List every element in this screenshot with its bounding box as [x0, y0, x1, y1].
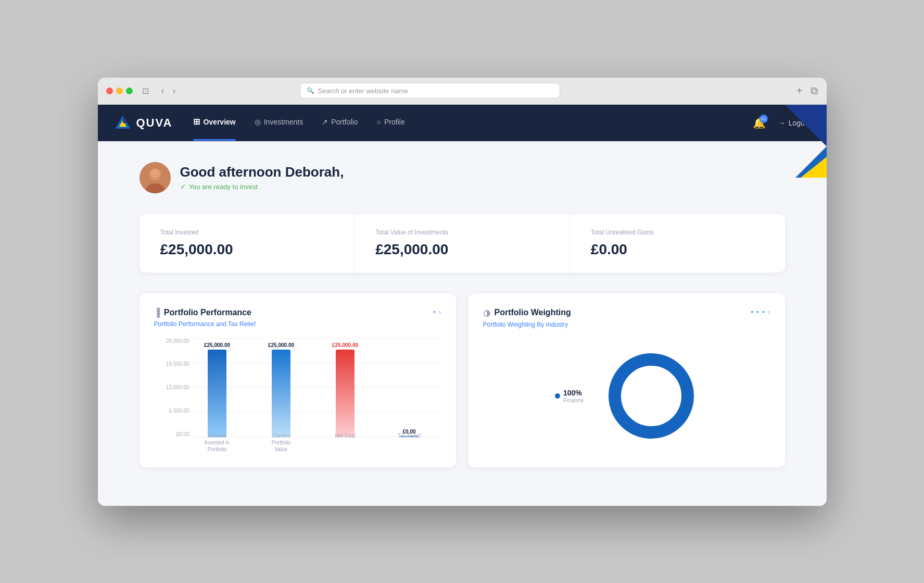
- chevron-right-icon[interactable]: ›: [439, 308, 441, 316]
- minimize-dot: [116, 88, 123, 94]
- nav-portfolio-label: Portfolio: [331, 118, 358, 126]
- nav-items: ⊞ Overview ◎ Investments ↗ Portfolio ○ P…: [193, 117, 752, 129]
- stat-total-gains-value: £0.00: [591, 241, 764, 258]
- legend-dot-finance: [555, 393, 560, 399]
- logo-icon: [113, 114, 132, 132]
- nav-profile[interactable]: ○ Profile: [377, 118, 405, 128]
- dot-nav-2: ●: [756, 309, 759, 314]
- donut-chart-svg: [604, 349, 698, 443]
- investments-icon: ◎: [255, 118, 261, 126]
- bar-bottom-amount: AmountInvested inPortfolio: [191, 432, 244, 453]
- logout-label: Logout: [789, 119, 811, 127]
- bar-bottom-net: Net Cost: [319, 432, 372, 453]
- nav-investments[interactable]: ◎ Investments: [255, 118, 303, 128]
- bar-current: [272, 350, 290, 437]
- grid-line-1: [191, 338, 441, 339]
- chart-subtitle-weighting: Portfolio Weighting By Industry: [483, 321, 770, 328]
- bar-amount: [208, 350, 226, 437]
- new-tab-button[interactable]: +: [796, 85, 803, 97]
- notification-button[interactable]: 🔔 01: [753, 117, 766, 129]
- search-icon: 🔍: [307, 87, 314, 94]
- stat-total-invested-value: £25,000.00: [160, 241, 334, 258]
- logo-area: QUVA: [113, 114, 173, 132]
- nav-investments-label: Investments: [264, 118, 303, 126]
- greeting-text: Good afternoon Deborah, ✓ You are ready …: [180, 164, 344, 191]
- bars-container: £25,000.00 £25,000.00 £25,000.00 £0: [191, 343, 436, 437]
- stat-total-value-label: Total Value of Investments: [375, 229, 549, 236]
- nav-overview-label: Overview: [203, 118, 235, 126]
- close-dot: [106, 88, 113, 94]
- nav-profile-label: Profile: [384, 118, 405, 126]
- app-navbar: QUVA ⊞ Overview ◎ Investments ↗ Portfoli…: [98, 105, 827, 141]
- legend-text: 100% Finance: [563, 389, 584, 403]
- logo-text: QUVA: [136, 116, 173, 130]
- nav-right: 🔔 01 → Logout: [753, 117, 811, 129]
- y-label-4: 19,500.00: [166, 361, 189, 367]
- browser-forward-button[interactable]: ›: [170, 84, 179, 97]
- svg-point-10: [615, 359, 688, 432]
- bar-label-amount: £25,000.00: [204, 342, 230, 348]
- portfolio-performance-card: ▐ Portfolio Performance ● › Portfolio Pe…: [140, 293, 456, 467]
- bar-bottom-current: CurrentPortfolioValue: [255, 432, 308, 453]
- chart-nav-performance[interactable]: ● ›: [433, 308, 441, 316]
- chart-title-performance: ▐ Portfolio Performance: [154, 308, 251, 317]
- charts-row: ▐ Portfolio Performance ● › Portfolio Pe…: [140, 293, 785, 467]
- dot-nav-3: ●: [762, 309, 765, 314]
- y-axis-labels: 26,000.00 19,500.00 13,000.00 6,500.00 £…: [154, 338, 189, 437]
- stat-total-value-value: £25,000.00: [375, 241, 549, 258]
- greeting-status: You are ready to invest: [189, 183, 258, 191]
- y-label-3: 13,000.00: [166, 384, 189, 390]
- avatar: [140, 162, 171, 193]
- tabs-button[interactable]: ⧉: [811, 85, 818, 97]
- bar-group-2: £25,000.00: [255, 342, 308, 437]
- url-bar[interactable]: 🔍 Search or enter website name: [300, 83, 560, 98]
- stat-total-value: Total Value of Investments £25,000.00: [355, 214, 570, 272]
- stat-total-gains: Total Unrealised Gains £0.00: [570, 214, 785, 272]
- portfolio-weighting-card: ◑ Portfolio Weighting ● ● ● › Portfolio …: [469, 293, 785, 467]
- chart-subtitle-performance: Portfolio Performance and Tax Relief: [154, 320, 441, 328]
- donut-legend: 100% Finance: [555, 389, 584, 403]
- chart-header-weighting: ◑ Portfolio Weighting ● ● ● ›: [483, 308, 770, 318]
- stat-total-invested-label: Total Invested: [160, 229, 334, 236]
- legend-name-finance: Finance: [563, 397, 584, 403]
- bar-net: [336, 350, 355, 437]
- bar-chart-area: 26,000.00 19,500.00 13,000.00 6,500.00 £…: [154, 338, 441, 453]
- chart-title-text-performance: Portfolio Performance: [164, 308, 251, 317]
- profile-icon: ○: [377, 118, 381, 126]
- greeting-section: Good afternoon Deborah, ✓ You are ready …: [140, 162, 785, 193]
- maximize-dot: [126, 88, 133, 94]
- stat-total-invested: Total Invested £25,000.00: [140, 214, 355, 272]
- dot-nav-icon: ●: [433, 309, 436, 314]
- url-text: Search or enter website name: [318, 87, 408, 95]
- chart-nav-weighting[interactable]: ● ● ● ›: [751, 308, 770, 316]
- bar-group-3: £25,000.00: [319, 342, 372, 437]
- svg-point-9: [150, 169, 160, 178]
- sidebar-toggle-button[interactable]: ⊡: [139, 85, 152, 97]
- portfolio-icon: ↗: [322, 118, 328, 126]
- browser-actions: + ⧉: [796, 85, 818, 97]
- chevron-right-weighting-icon[interactable]: ›: [768, 308, 770, 316]
- chart-title-text-weighting: Portfolio Weighting: [495, 308, 571, 317]
- browser-back-button[interactable]: ‹: [158, 84, 168, 97]
- browser-nav-buttons: ‹ ›: [158, 84, 179, 97]
- bar-bottom-labels: AmountInvested inPortfolio CurrentPortfo…: [191, 432, 436, 453]
- bar-label-net: £25,000.00: [332, 342, 358, 348]
- bar-group-1: £25,000.00: [191, 342, 244, 437]
- stat-total-gains-label: Total Unrealised Gains: [591, 229, 764, 236]
- y-label-5: 26,000.00: [166, 338, 189, 344]
- y-label-1: £0.00: [176, 431, 189, 437]
- nav-portfolio[interactable]: ↗ Portfolio: [322, 118, 358, 128]
- greeting-sub: ✓ You are ready to invest: [180, 182, 344, 191]
- donut-area: 100% Finance: [483, 339, 770, 443]
- stats-row: Total Invested £25,000.00 Total Value of…: [140, 214, 785, 272]
- bar-chart-icon: ▐: [154, 308, 160, 317]
- main-content: Good afternoon Deborah, ✓ You are ready …: [98, 141, 827, 506]
- legend-pct-finance: 100%: [563, 389, 584, 397]
- legend-item-finance: 100% Finance: [555, 389, 584, 403]
- nav-overview[interactable]: ⊞ Overview: [193, 117, 235, 129]
- chart-header-performance: ▐ Portfolio Performance ● ›: [154, 308, 441, 317]
- chart-title-weighting: ◑ Portfolio Weighting: [483, 308, 571, 318]
- browser-titlebar: ⊡ ‹ › 🔍 Search or enter website name + ⧉: [98, 78, 827, 105]
- logout-button[interactable]: → Logout: [778, 119, 811, 127]
- overview-icon: ⊞: [193, 117, 200, 127]
